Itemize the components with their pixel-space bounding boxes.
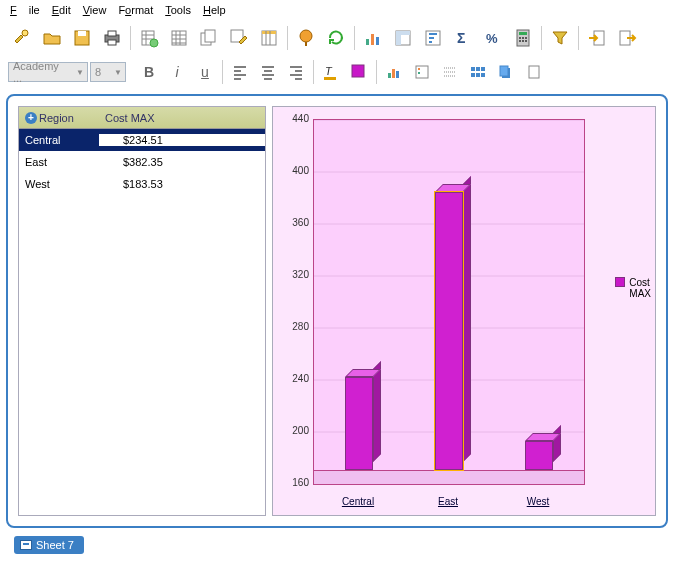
percent-icon[interactable]: % [479, 24, 507, 52]
x-tick-label[interactable]: East [428, 496, 468, 507]
separator [287, 26, 288, 50]
table-row[interactable]: Central$234.51 [19, 129, 265, 151]
filter-icon[interactable] [546, 24, 574, 52]
svg-rect-45 [471, 73, 475, 77]
cell-cost: $382.35 [99, 156, 265, 168]
gridlines-icon[interactable] [437, 61, 463, 83]
svg-rect-35 [352, 65, 364, 77]
svg-text:T: T [325, 65, 333, 77]
duplicate-icon[interactable] [195, 24, 223, 52]
legend: Cost MAX [615, 277, 651, 299]
svg-rect-47 [481, 73, 485, 77]
calc-icon[interactable] [509, 24, 537, 52]
separator [313, 60, 314, 84]
open-icon[interactable] [38, 24, 66, 52]
tab-strip: Sheet 7 [0, 534, 674, 556]
pivot-icon[interactable] [389, 24, 417, 52]
table-row[interactable]: West$183.53 [19, 173, 265, 195]
bar-west[interactable] [525, 441, 561, 478]
y-tick-label: 400 [283, 165, 309, 176]
svg-rect-10 [205, 30, 215, 42]
tab-sheet7[interactable]: Sheet 7 [14, 536, 84, 554]
svg-rect-49 [500, 66, 508, 76]
print-icon[interactable] [98, 24, 126, 52]
menu-help[interactable]: Help [197, 2, 232, 18]
header-region[interactable]: + Region [19, 112, 99, 124]
svg-rect-50 [529, 66, 539, 78]
svg-rect-24 [519, 32, 527, 35]
menu-format[interactable]: Format [112, 2, 159, 18]
align-center-button[interactable] [255, 61, 281, 83]
svg-rect-43 [476, 67, 480, 71]
svg-point-29 [522, 40, 524, 42]
bar-central[interactable] [345, 377, 381, 478]
table-body: Central$234.51East$382.35West$183.53 [19, 129, 265, 515]
3d-icon[interactable] [493, 61, 519, 83]
menu-bar: File Edit View Format Tools Help [0, 0, 674, 20]
cell-region: West [19, 178, 99, 190]
svg-text:Σ: Σ [457, 30, 465, 46]
y-tick-label: 440 [283, 113, 309, 124]
svg-point-27 [525, 37, 527, 39]
sort-icon[interactable] [419, 24, 447, 52]
export-in-icon[interactable] [583, 24, 611, 52]
bold-button[interactable]: B [136, 61, 162, 83]
save-icon[interactable] [68, 24, 96, 52]
svg-rect-13 [262, 31, 276, 34]
bar-east[interactable] [435, 192, 471, 478]
data-table-icon[interactable] [465, 61, 491, 83]
drill-icon[interactable] [292, 24, 320, 52]
fontcolor-button[interactable]: T [318, 61, 344, 83]
page-icon[interactable] [521, 61, 547, 83]
expand-icon[interactable]: + [25, 112, 37, 124]
svg-rect-37 [392, 69, 395, 78]
x-tick-label[interactable]: West [518, 496, 558, 507]
workspace: + Region Cost MAX Central$234.51East$382… [6, 94, 668, 528]
separator [354, 26, 355, 50]
legend-icon[interactable] [409, 61, 435, 83]
toolbar-main: Σ % [0, 20, 674, 56]
svg-point-26 [522, 37, 524, 39]
columns-icon[interactable] [255, 24, 283, 52]
cell-region: Central [19, 134, 99, 146]
chart-small-icon[interactable] [381, 61, 407, 83]
chart-icon[interactable] [359, 24, 387, 52]
svg-rect-41 [418, 72, 420, 74]
export-out-icon[interactable] [613, 24, 641, 52]
svg-point-0 [22, 30, 28, 36]
svg-point-7 [150, 39, 158, 47]
worksheet-tab-icon [20, 540, 32, 550]
italic-button[interactable]: i [164, 61, 190, 83]
connect-icon[interactable] [8, 24, 36, 52]
font-combo[interactable]: Academy ... [8, 62, 88, 82]
sum-icon[interactable]: Σ [449, 24, 477, 52]
plot-area [313, 119, 585, 485]
svg-rect-44 [481, 67, 485, 71]
worksheet-icon[interactable] [165, 24, 193, 52]
svg-rect-42 [471, 67, 475, 71]
fontsize-combo[interactable]: 8 [90, 62, 126, 82]
underline-button[interactable]: u [192, 61, 218, 83]
x-tick-label[interactable]: Central [338, 496, 378, 507]
header-cost[interactable]: Cost MAX [99, 112, 265, 124]
svg-rect-14 [366, 39, 369, 45]
fillcolor-button[interactable] [346, 61, 372, 83]
align-right-button[interactable] [283, 61, 309, 83]
chart-panel[interactable]: Cost MAX 160200240280320360400440Central… [272, 106, 656, 516]
y-tick-label: 320 [283, 269, 309, 280]
align-left-button[interactable] [227, 61, 253, 83]
y-tick-label: 160 [283, 477, 309, 488]
svg-rect-2 [78, 31, 86, 36]
menu-tools[interactable]: Tools [159, 2, 197, 18]
menu-edit[interactable]: Edit [46, 2, 77, 18]
worksheet-new-icon[interactable] [135, 24, 163, 52]
svg-rect-16 [376, 37, 379, 45]
menu-view[interactable]: View [77, 2, 113, 18]
table-row[interactable]: East$382.35 [19, 151, 265, 173]
svg-point-25 [519, 37, 521, 39]
y-tick-label: 240 [283, 373, 309, 384]
edit-sheet-icon[interactable] [225, 24, 253, 52]
svg-rect-46 [476, 73, 480, 77]
refresh-icon[interactable] [322, 24, 350, 52]
menu-file[interactable]: File [4, 2, 46, 18]
